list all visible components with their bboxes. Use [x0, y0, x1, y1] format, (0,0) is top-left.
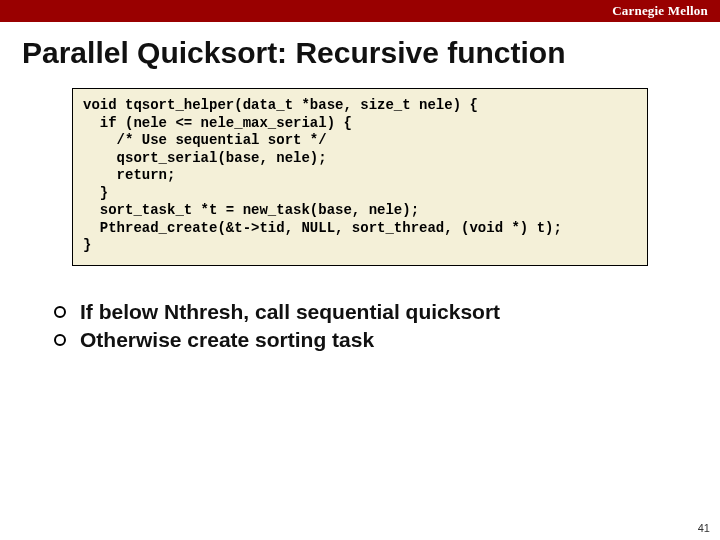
circle-bullet-icon: [54, 334, 66, 346]
bullet-text: If below Nthresh, call sequential quicks…: [80, 300, 500, 324]
bullet-list: If below Nthresh, call sequential quicks…: [54, 300, 720, 352]
list-item: Otherwise create sorting task: [54, 328, 720, 352]
header-bar: Carnegie Mellon: [0, 0, 720, 22]
list-item: If below Nthresh, call sequential quicks…: [54, 300, 720, 324]
code-block: void tqsort_helper(data_t *base, size_t …: [72, 88, 648, 266]
circle-bullet-icon: [54, 306, 66, 318]
code-content: void tqsort_helper(data_t *base, size_t …: [83, 97, 637, 255]
bullet-text: Otherwise create sorting task: [80, 328, 374, 352]
brand-text: Carnegie Mellon: [612, 3, 708, 19]
slide-title: Parallel Quicksort: Recursive function: [0, 22, 720, 80]
page-number: 41: [698, 522, 710, 534]
